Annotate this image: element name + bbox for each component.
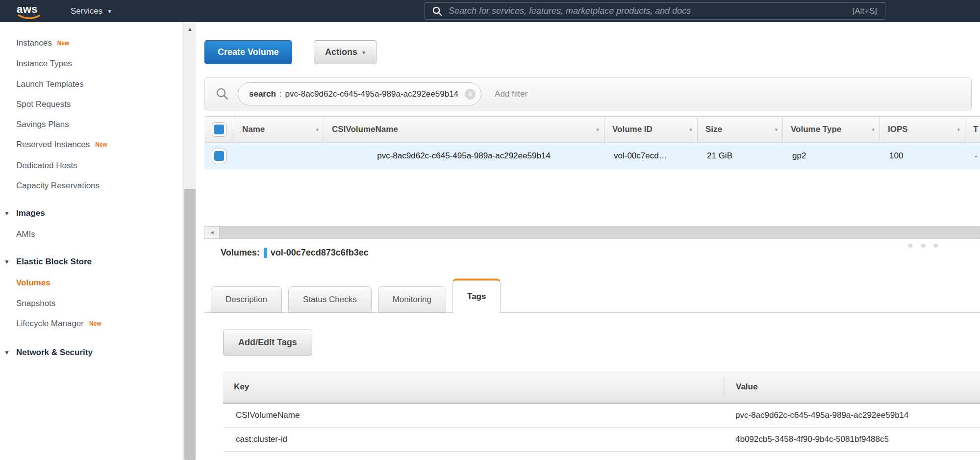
remove-filter-icon[interactable]: × xyxy=(465,89,476,100)
sidebar-section-elastic-block-store[interactable]: ▼ Elastic Block Store xyxy=(16,255,92,269)
create-volume-button[interactable]: Create Volume xyxy=(204,40,292,64)
tag-row[interactable]: CSIVolumeName pvc-8ac9d62c-c645-495a-989… xyxy=(223,404,980,428)
column-header-size[interactable]: Size ▾ xyxy=(697,117,782,142)
section-header-label: Elastic Block Store xyxy=(16,257,92,267)
search-placeholder: Search for services, features, marketpla… xyxy=(449,6,852,16)
row-checkbox[interactable] xyxy=(212,149,226,163)
column-label: IOPS xyxy=(888,125,908,134)
sidebar-item-savings-plans[interactable]: Savings Plans xyxy=(16,117,69,132)
horizontal-scrollbar[interactable]: ◀ xyxy=(204,226,980,239)
cell-csivolumename: pvc-8ac9d62c-c645-495a-989a-ac292ee59b14 xyxy=(324,151,604,161)
create-volume-label: Create Volume xyxy=(218,47,279,57)
aws-smile-icon xyxy=(17,14,41,20)
column-label: Volume ID xyxy=(612,125,653,134)
filter-bar[interactable]: search : pvc-8ac9d62c-c645-495a-989a-ac2… xyxy=(204,77,972,110)
global-search-input[interactable]: Search for services, features, marketpla… xyxy=(425,2,885,20)
sidebar-item-label: Instances xyxy=(16,38,52,48)
ec2-sidebar: Instances New Instance Types Launch Temp… xyxy=(0,22,183,460)
sidebar-scrollbar[interactable]: ▲ xyxy=(183,22,196,460)
top-navbar: aws Services ▼ Search for services, feat… xyxy=(0,0,980,22)
sidebar-item-lifecycle-manager[interactable]: Lifecycle Manager New xyxy=(16,316,101,331)
column-header-volume-type[interactable]: Volume Type ▾ xyxy=(782,117,879,142)
section-header-label: Network & Security xyxy=(16,348,93,358)
search-shortcut-hint: [Alt+S] xyxy=(852,6,877,16)
sidebar-item-label: AMIs xyxy=(16,230,35,239)
column-label: Size xyxy=(705,125,722,134)
sidebar-section-network-security[interactable]: ▼ Network & Security xyxy=(16,345,93,360)
tags-table: Key Value CSIVolumeName pvc-8ac9d62c-c64… xyxy=(223,371,980,452)
tab-description[interactable]: Description xyxy=(211,286,282,312)
select-all-cell xyxy=(204,117,234,142)
horizontal-scrollbar-thumb[interactable] xyxy=(219,227,980,238)
select-all-checkbox[interactable] xyxy=(212,122,226,137)
column-label: Name xyxy=(242,125,265,134)
sidebar-section-images[interactable]: ▼ Images xyxy=(16,206,45,221)
sidebar-item-amis[interactable]: AMIs xyxy=(16,227,35,242)
tab-label: Status Checks xyxy=(303,295,357,305)
actions-button[interactable]: Actions ▾ xyxy=(314,40,377,64)
sidebar-item-instance-types[interactable]: Instance Types xyxy=(16,56,72,71)
tag-key: cast:cluster-id xyxy=(223,434,725,444)
tags-column-value: Value xyxy=(725,377,980,397)
scroll-up-icon[interactable]: ▲ xyxy=(183,26,197,32)
text-cursor-bar xyxy=(264,248,267,258)
new-badge: New xyxy=(89,320,101,327)
sort-arrow-icon: ▾ xyxy=(775,127,778,133)
sidebar-item-label: Volumes xyxy=(16,278,50,288)
column-header-volume-id[interactable]: Volume ID ▾ xyxy=(604,117,697,142)
tab-tags[interactable]: Tags xyxy=(452,279,501,313)
new-badge: New xyxy=(95,141,107,148)
sort-arrow-icon: ▾ xyxy=(957,127,960,133)
tag-row[interactable]: cast:cluster-id 4b092cb5-3458-4f90-9b4c-… xyxy=(223,428,980,452)
column-header-csivolumename[interactable]: CSIVolumeName ▾ xyxy=(324,117,604,142)
column-header-iops[interactable]: IOPS ▾ xyxy=(879,117,965,142)
section-collapse-icon: ▼ xyxy=(4,258,10,265)
tab-monitoring[interactable]: Monitoring xyxy=(378,286,446,312)
volume-row[interactable]: pvc-8ac9d62c-c645-495a-989a-ac292ee59b14… xyxy=(204,143,980,169)
filter-tag-key: search xyxy=(249,89,276,99)
sidebar-item-spot-requests[interactable]: Spot Requests xyxy=(16,97,71,112)
filter-search-icon xyxy=(216,87,229,101)
tabs-underline xyxy=(204,312,980,313)
column-header-throughput[interactable]: T xyxy=(965,117,980,142)
checkbox-checked-fill xyxy=(214,151,224,161)
scroll-left-icon[interactable]: ◀ xyxy=(205,227,219,238)
tab-label: Monitoring xyxy=(393,295,431,305)
tab-label: Tags xyxy=(467,292,486,302)
sidebar-item-reserved-instances[interactable]: Reserved Instances New xyxy=(16,137,107,152)
cell-volume-id: vol-00c7ecd… xyxy=(604,151,697,161)
detail-panel-title: Volumes: vol-00c7ecd873c6fb3ec xyxy=(221,248,369,258)
cell-size: 21 GiB xyxy=(697,151,782,161)
column-label: CSIVolumeName xyxy=(332,125,398,134)
tags-column-key: Key xyxy=(223,382,725,392)
sidebar-item-launch-templates[interactable]: Launch Templates xyxy=(16,77,84,92)
sidebar-scrollbar-thumb[interactable] xyxy=(184,189,196,460)
sidebar-item-label: Reserved Instances xyxy=(16,140,90,150)
sidebar-item-label: Dedicated Hosts xyxy=(16,161,77,171)
sidebar-item-dedicated-hosts[interactable]: Dedicated Hosts xyxy=(16,158,77,173)
sidebar-item-volumes[interactable]: Volumes xyxy=(16,276,50,290)
services-menu[interactable]: Services ▼ xyxy=(71,6,112,16)
panel-resize-grip[interactable] xyxy=(908,244,938,248)
filter-tag-value: pvc-8ac9d62c-c645-495a-989a-ac292ee59b14 xyxy=(285,89,459,99)
volumes-table: Name ▾ CSIVolumeName ▾ Volume ID ▾ Size … xyxy=(204,116,980,169)
add-filter-button[interactable]: Add filter xyxy=(495,89,528,99)
sidebar-item-label: Savings Plans xyxy=(16,120,69,129)
filter-tag-search[interactable]: search : pvc-8ac9d62c-c645-495a-989a-ac2… xyxy=(238,82,481,105)
sidebar-item-instances[interactable]: Instances New xyxy=(16,36,69,51)
actions-label: Actions xyxy=(325,47,357,57)
tag-value: pvc-8ac9d62c-c645-495a-989a-ac292ee59b14 xyxy=(725,410,980,420)
sort-arrow-icon: ▾ xyxy=(872,127,875,133)
section-collapse-icon: ▼ xyxy=(4,349,10,356)
add-edit-tags-button[interactable]: Add/Edit Tags xyxy=(223,330,312,356)
column-header-name[interactable]: Name ▾ xyxy=(234,117,324,142)
sidebar-item-capacity-reservations[interactable]: Capacity Reservations xyxy=(16,179,100,193)
tab-status-checks[interactable]: Status Checks xyxy=(288,286,372,312)
main-panel: Create Volume Actions ▾ search : pvc-8ac… xyxy=(196,22,980,460)
sidebar-item-snapshots[interactable]: Snapshots xyxy=(16,296,55,311)
checkbox-checked-fill xyxy=(214,125,224,134)
tag-key: CSIVolumeName xyxy=(223,410,725,420)
aws-logo[interactable]: aws xyxy=(17,3,42,20)
tags-table-header: Key Value xyxy=(223,371,980,404)
detail-title-prefix: Volumes: xyxy=(221,248,260,258)
